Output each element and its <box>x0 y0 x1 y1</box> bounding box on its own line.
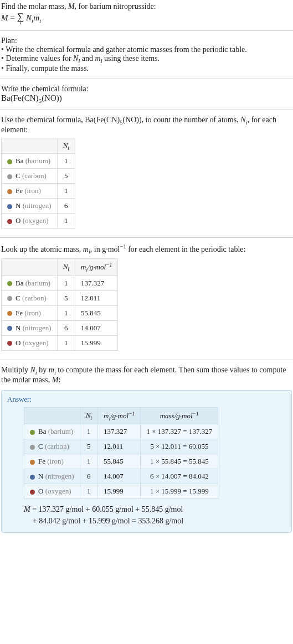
table-row: C (carbon)512.0115 × 12.011 = 60.055 <box>24 439 218 454</box>
table-header-row: Ni <box>2 138 75 154</box>
lookup-table: Ni mi/g·mol−1 Ba (barium)1137.327C (carb… <box>1 258 118 351</box>
header-Ni-sym: N <box>86 411 91 419</box>
element-name: (barium) <box>25 157 50 165</box>
header-mi-unit: /g·mol <box>88 263 106 271</box>
count-N: N <box>240 116 245 124</box>
element-name: (iron) <box>47 457 64 465</box>
element-name: (carbon) <box>22 172 47 180</box>
chem-prefix: Ba(Fe(CN) <box>1 94 39 102</box>
element-symbol: C <box>38 442 45 450</box>
element-swatch-icon <box>7 341 12 346</box>
header-Ni-sym: N <box>63 141 68 149</box>
header-Ni: Ni <box>80 407 97 424</box>
intro-line1-prefix: Find the molar mass, <box>1 2 68 11</box>
table-row: Fe (iron)155.8451 × 55.845 = 55.845 <box>24 454 218 469</box>
element-swatch-icon <box>30 445 35 450</box>
element-symbol: N <box>16 201 23 210</box>
table-row: Ba (barium)1137.3271 × 137.327 = 137.327 <box>24 424 218 439</box>
n-cell: 1 <box>57 335 75 350</box>
element-symbol: Ba <box>16 279 25 287</box>
m-cell: 137.327 <box>75 276 118 290</box>
mass-cell: 1 × 15.999 = 15.999 <box>141 484 218 499</box>
element-cell: Fe (iron) <box>2 184 58 199</box>
element-swatch-icon <box>7 296 12 301</box>
count-mid: (NO)), to count the number of atoms, <box>122 116 240 124</box>
intro-line1-suffix: , for barium nitroprusside: <box>75 2 156 11</box>
answer-content: Ni mi/g·mol−1 mass/g·mol−1 Ba (barium)11… <box>7 407 286 527</box>
m-cell: 14.007 <box>98 469 141 484</box>
element-name: (carbon) <box>22 294 47 302</box>
count-prefix: Use the chemical formula, Ba(Fe(CN) <box>1 116 120 124</box>
header-Ni-sub: i <box>90 414 92 420</box>
sigma-icon: ∑ i <box>17 12 24 25</box>
element-name: (oxygen) <box>23 339 49 347</box>
table-row: Fe (iron)155.845 <box>2 305 118 320</box>
header-mi-exp: −1 <box>128 411 135 417</box>
header-mass: mass/g·mol−1 <box>141 407 218 424</box>
element-cell: O (oxygen) <box>2 214 58 228</box>
header-mi: mi/g·mol−1 <box>75 258 118 276</box>
element-name: (nitrogen) <box>23 201 52 210</box>
plan-bullet-1: • Write the chemical formula and gather … <box>1 45 292 54</box>
mul-M: M <box>52 376 59 384</box>
element-cell: O (oxygen) <box>2 335 58 350</box>
element-symbol: C <box>16 172 22 180</box>
element-cell: Ba (barium) <box>2 154 58 169</box>
element-name: (oxygen) <box>23 216 49 225</box>
lookup-prefix: Look up the atomic mass, <box>1 245 83 253</box>
lookup-text: Look up the atomic mass, mi, in g·mol−1 … <box>1 243 292 255</box>
count-section: Use the chemical formula, Ba(Fe(CN)5(NO)… <box>0 113 293 234</box>
header-mi-sym: m <box>81 263 86 271</box>
mass-cell: 5 × 12.011 = 60.055 <box>141 439 218 454</box>
table-row: O (oxygen)115.9991 × 15.999 = 15.999 <box>24 484 218 499</box>
count-table: Ni Ba (barium)1C (carbon)5Fe (iron)1N (n… <box>1 138 75 229</box>
lookup-section: Look up the atomic mass, mi, in g·mol−1 … <box>0 241 293 356</box>
element-swatch-icon <box>7 204 12 209</box>
table-header-row: Ni mi/g·mol−1 <box>2 258 118 276</box>
m-cell: 14.007 <box>75 320 118 335</box>
element-name: (oxygen) <box>45 487 71 495</box>
table-row: C (carbon)512.011 <box>2 290 118 305</box>
header-Ni-sym: N <box>63 262 68 271</box>
element-symbol: Ba <box>38 427 48 435</box>
chem-formula: Ba(Fe(CN)5(NO)) <box>1 94 292 104</box>
eq-N: N <box>26 13 32 22</box>
plan-section: Plan: • Write the chemical formula and g… <box>0 34 293 75</box>
n-cell: 1 <box>57 305 75 320</box>
element-cell: O (oxygen) <box>24 484 80 499</box>
table-row: Fe (iron)1 <box>2 184 75 199</box>
element-cell: Ba (barium) <box>2 276 58 290</box>
header-blank <box>24 407 80 424</box>
element-symbol: O <box>16 216 23 225</box>
divider <box>0 30 293 31</box>
element-name: (barium) <box>48 427 73 435</box>
divider <box>0 110 293 110</box>
m-cell: 12.011 <box>98 439 141 454</box>
count-tbody: Ba (barium)1C (carbon)5Fe (iron)1N (nitr… <box>2 154 75 228</box>
element-cell: Ba (barium) <box>24 424 80 439</box>
lookup-mid: , in g·mol <box>90 245 120 253</box>
mul-suffix: : <box>58 376 60 384</box>
answer-label: Answer: <box>7 395 286 404</box>
header-mi: mi/g·mol−1 <box>98 407 141 424</box>
element-swatch-icon <box>7 311 12 316</box>
lookup-m: m <box>83 245 89 253</box>
element-cell: N (nitrogen) <box>2 320 58 335</box>
header-blank <box>2 258 58 276</box>
chemical-formula-section: Write the chemical formula: Ba(Fe(CN)5(N… <box>0 82 293 106</box>
table-row: N (nitrogen)6 <box>2 199 75 214</box>
m-cell: 55.845 <box>75 305 118 320</box>
count-text: Use the chemical formula, Ba(Fe(CN)5(NO)… <box>1 116 292 134</box>
answer-tbody: Ba (barium)1137.3271 × 137.327 = 137.327… <box>24 424 218 499</box>
table-row: C (carbon)5 <box>2 169 75 184</box>
header-blank <box>2 138 58 154</box>
element-swatch-icon <box>30 430 35 435</box>
mass-cell: 6 × 14.007 = 84.042 <box>141 469 218 484</box>
element-cell: N (nitrogen) <box>2 199 58 214</box>
element-symbol: O <box>38 487 45 495</box>
lookup-exp: −1 <box>120 243 126 250</box>
table-header-row: Ni mi/g·mol−1 mass/g·mol−1 <box>24 407 218 424</box>
element-cell: C (carbon) <box>2 290 58 305</box>
table-row: Ba (barium)1 <box>2 154 75 169</box>
element-symbol: N <box>38 472 45 480</box>
